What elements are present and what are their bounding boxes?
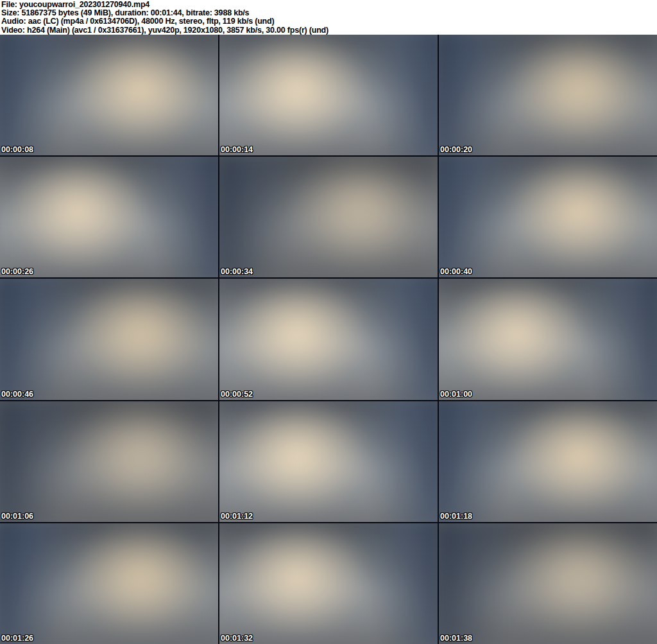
video-thumbnail: 00:01:26 <box>0 523 218 644</box>
timestamp-overlay: 00:01:12 <box>221 512 253 521</box>
timestamp-overlay: 00:00:20 <box>440 145 472 154</box>
timestamp-overlay: 00:00:40 <box>440 267 472 276</box>
thumbnail-placeholder-image <box>439 401 657 522</box>
thumbnail-placeholder-image <box>439 279 657 399</box>
thumbnail-placeholder-image <box>439 523 657 644</box>
thumbnail-grid: 00:00:08 00:00:14 00:00:20 00:00:26 00:0… <box>0 35 657 644</box>
thumbnail-placeholder-image <box>219 523 438 644</box>
timestamp-overlay: 00:01:26 <box>1 634 33 643</box>
timestamp-overlay: 00:00:14 <box>221 145 253 154</box>
timestamp-overlay: 00:01:00 <box>440 390 472 399</box>
thumbnail-placeholder-image <box>439 157 657 277</box>
timestamp-overlay: 00:00:46 <box>1 390 33 399</box>
thumbnail-placeholder-image <box>219 401 438 522</box>
thumbnail-placeholder-image <box>0 401 218 522</box>
video-thumbnail: 00:00:14 <box>219 35 438 155</box>
metadata-video-line: Video: h264 (Main) (avc1 / 0x31637661), … <box>1 26 657 35</box>
video-thumbnail: 00:00:20 <box>439 35 657 155</box>
timestamp-overlay: 00:01:38 <box>440 634 472 643</box>
video-thumbnail: 00:00:52 <box>219 279 438 399</box>
video-thumbnail: 00:01:00 <box>439 279 657 399</box>
thumbnail-placeholder-image <box>439 35 657 155</box>
video-contact-sheet: File: youcoupwarroi_202301270940.mp4 Siz… <box>0 0 657 644</box>
timestamp-overlay: 00:00:26 <box>1 267 33 276</box>
timestamp-overlay: 00:00:34 <box>221 267 253 276</box>
thumbnail-placeholder-image <box>0 523 218 644</box>
timestamp-overlay: 00:00:08 <box>1 145 33 154</box>
metadata-audio-line: Audio: aac (LC) (mp4a / 0x6134706D), 480… <box>1 17 657 26</box>
video-thumbnail: 00:00:26 <box>0 157 218 277</box>
thumbnail-placeholder-image <box>219 35 438 155</box>
video-thumbnail: 00:01:12 <box>219 401 438 522</box>
thumbnail-placeholder-image <box>0 157 218 277</box>
thumbnail-placeholder-image <box>219 279 438 399</box>
video-thumbnail: 00:01:38 <box>439 523 657 644</box>
thumbnail-placeholder-image <box>0 35 218 155</box>
video-thumbnail: 00:00:40 <box>439 157 657 277</box>
timestamp-overlay: 00:01:18 <box>440 512 472 521</box>
video-thumbnail: 00:01:06 <box>0 401 218 522</box>
timestamp-overlay: 00:01:32 <box>221 634 253 643</box>
video-thumbnail: 00:00:08 <box>0 35 218 155</box>
video-thumbnail: 00:00:46 <box>0 279 218 399</box>
thumbnail-placeholder-image <box>219 157 438 277</box>
timestamp-overlay: 00:00:52 <box>221 390 253 399</box>
thumbnail-placeholder-image <box>0 279 218 399</box>
timestamp-overlay: 00:01:06 <box>1 512 33 521</box>
metadata-header: File: youcoupwarroi_202301270940.mp4 Siz… <box>0 0 657 35</box>
video-thumbnail: 00:00:34 <box>219 157 438 277</box>
video-thumbnail: 00:01:32 <box>219 523 438 644</box>
video-thumbnail: 00:01:18 <box>439 401 657 522</box>
